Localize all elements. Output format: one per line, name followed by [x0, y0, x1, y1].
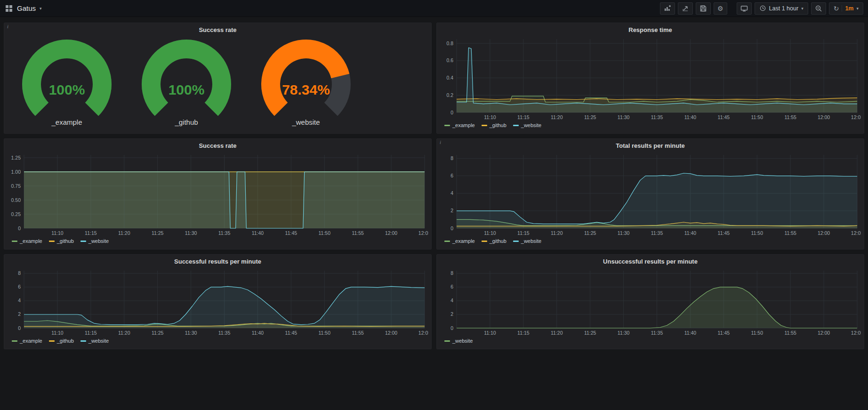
svg-text:12:00: 12:00: [385, 230, 397, 236]
svg-text:11:40: 11:40: [684, 330, 697, 336]
legend-color-swatch: [80, 340, 86, 342]
cycle-view-mode-button[interactable]: [737, 2, 752, 15]
svg-text:6: 6: [450, 284, 453, 289]
success-rate-plot[interactable]: 00.250.500.751.001.2511:1011:1511:2011:2…: [7, 151, 428, 237]
zoom-out-button[interactable]: [811, 2, 826, 15]
svg-text:6: 6: [450, 173, 453, 178]
time-range-picker-button[interactable]: Last 1 hour ▾: [755, 2, 808, 15]
gauge-arc: 100%: [7, 37, 127, 117]
total-results-plot[interactable]: 0246811:1011:1511:2011:2511:3011:3511:40…: [440, 151, 861, 237]
svg-text:11:35: 11:35: [218, 330, 231, 336]
gauge-value: 100%: [169, 82, 205, 97]
time-range-caret-icon: ▾: [801, 6, 804, 11]
legend-series-name: _website: [88, 338, 109, 344]
legend-item-_github[interactable]: _github: [482, 122, 506, 128]
legend-item-_website[interactable]: _website: [80, 238, 109, 244]
clock-icon: [759, 5, 766, 12]
svg-text:11:35: 11:35: [218, 230, 231, 236]
panel-info-icon[interactable]: i: [7, 24, 8, 29]
legend-item-_example[interactable]: _example: [12, 338, 42, 344]
svg-text:1.00: 1.00: [11, 169, 21, 175]
panel-title[interactable]: Success rate: [4, 139, 431, 151]
monitor-icon: [740, 5, 748, 12]
legend-item-_example[interactable]: _example: [444, 238, 475, 244]
svg-text:8: 8: [18, 270, 21, 276]
panel-title[interactable]: Successful results per minute: [4, 255, 431, 267]
refresh-picker-button[interactable]: ↻ 1m ▾: [829, 2, 863, 15]
gauge-_website: 78.34%_website: [246, 37, 366, 126]
legend-item-_website[interactable]: _website: [444, 338, 473, 344]
svg-text:0: 0: [18, 325, 21, 331]
legend-item-_github[interactable]: _github: [49, 238, 74, 244]
svg-text:11:30: 11:30: [618, 330, 630, 336]
gauge-_example: 100%_example: [7, 37, 127, 126]
legend: _example_github_website: [437, 237, 864, 246]
svg-text:12:05: 12:05: [851, 114, 861, 120]
legend-item-_example[interactable]: _example: [444, 122, 475, 128]
series-_website: [24, 286, 425, 328]
legend-series-name: _example: [452, 122, 475, 128]
svg-text:11:50: 11:50: [751, 230, 764, 236]
legend-item-_website[interactable]: _website: [513, 122, 541, 128]
svg-text:12:05: 12:05: [851, 330, 861, 336]
settings-button[interactable]: ⚙: [714, 2, 727, 15]
svg-text:11:20: 11:20: [551, 114, 563, 120]
svg-text:11:45: 11:45: [285, 330, 297, 336]
gauge-series-label: _example: [51, 118, 82, 126]
successful-results-plot[interactable]: 0246811:1011:1511:2011:2511:3011:3511:40…: [7, 267, 428, 337]
panel-title[interactable]: Success rate: [4, 23, 431, 35]
svg-text:11:55: 11:55: [352, 230, 364, 236]
svg-text:2: 2: [450, 208, 453, 213]
svg-text:11:40: 11:40: [684, 114, 697, 120]
legend: _example_github_website: [4, 237, 431, 246]
svg-text:11:40: 11:40: [684, 230, 697, 236]
svg-text:8: 8: [450, 270, 453, 276]
svg-text:0: 0: [18, 225, 21, 231]
dashboard-dropdown-caret-icon[interactable]: ▾: [40, 6, 42, 11]
add-panel-icon: [664, 5, 671, 12]
dashboard-picker-button[interactable]: [5, 4, 13, 13]
panel-title[interactable]: Response time: [437, 23, 864, 35]
legend-item-_website[interactable]: _website: [513, 238, 541, 244]
svg-text:11:35: 11:35: [651, 114, 663, 120]
panel-title[interactable]: Total results per minute: [437, 139, 864, 151]
legend-item-_website[interactable]: _website: [80, 338, 109, 344]
response-time-plot[interactable]: 00.20.40.60.811:1011:1511:2011:2511:3011…: [440, 35, 861, 121]
panel-unsuccessful-results: Unsuccessful results per minute 0246811:…: [436, 254, 864, 349]
dashboard-title[interactable]: Gatus: [17, 4, 36, 12]
grid-lines: [457, 271, 857, 328]
legend-item-_github[interactable]: _github: [49, 338, 74, 344]
add-panel-button[interactable]: [660, 2, 675, 15]
legend: _example_github_website: [437, 121, 864, 130]
save-icon: [699, 5, 707, 12]
nav-left: Gatus ▾: [5, 4, 42, 13]
gauge-arc: 78.34%: [246, 37, 366, 117]
svg-text:12:00: 12:00: [385, 330, 397, 336]
svg-text:11:45: 11:45: [718, 230, 730, 236]
svg-text:0: 0: [450, 325, 453, 331]
legend-item-_example[interactable]: _example: [12, 238, 42, 244]
legend-item-_github[interactable]: _github: [482, 238, 506, 244]
svg-text:0.75: 0.75: [11, 183, 21, 189]
unsuccessful-results-plot[interactable]: 0246811:1011:1511:2011:2511:3011:3511:40…: [440, 267, 861, 337]
legend-series-name: _github: [490, 122, 506, 128]
svg-text:2: 2: [450, 311, 453, 317]
panel-title[interactable]: Unsuccessful results per minute: [437, 255, 864, 267]
svg-text:0.8: 0.8: [446, 40, 453, 46]
gauge-series-label: _website: [292, 118, 320, 126]
share-dashboard-button[interactable]: [678, 2, 693, 15]
legend-series-name: _example: [20, 338, 42, 344]
dashboard-grid: i Success rate 100%_example100%_github78…: [0, 17, 868, 355]
grid-icon: [6, 5, 12, 12]
svg-text:11:55: 11:55: [784, 330, 796, 336]
legend-series-name: _example: [452, 238, 475, 244]
svg-text:12:05: 12:05: [851, 230, 861, 236]
legend-color-swatch: [444, 340, 450, 342]
svg-text:1.25: 1.25: [11, 155, 21, 161]
panel-info-icon[interactable]: i: [440, 139, 441, 145]
save-dashboard-button[interactable]: [696, 2, 711, 15]
svg-text:11:50: 11:50: [751, 114, 764, 120]
nav-right: ⚙ Last 1 hour ▾ ↻ 1m ▾: [660, 2, 863, 15]
legend-series-name: _github: [57, 338, 74, 344]
gauge-value: 78.34%: [282, 82, 330, 97]
